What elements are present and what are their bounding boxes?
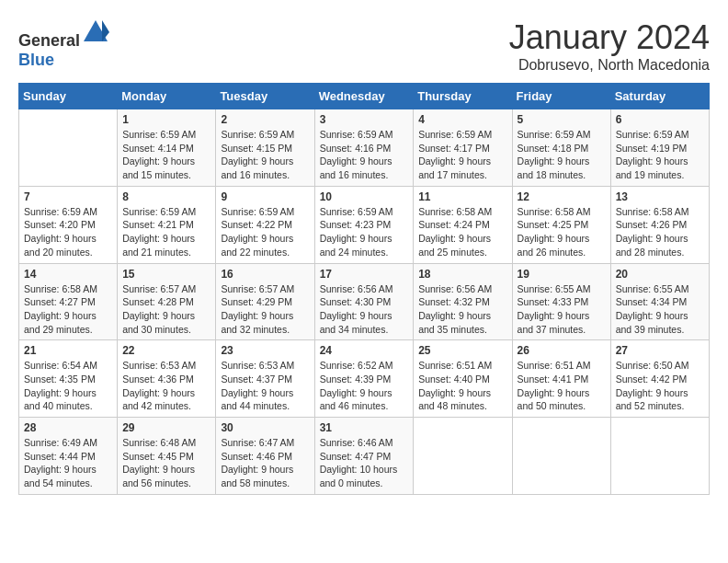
day-cell: 10Sunrise: 6:59 AMSunset: 4:23 PMDayligh… xyxy=(314,186,414,263)
day-number: 5 xyxy=(518,113,606,126)
day-cell: 17Sunrise: 6:56 AMSunset: 4:30 PMDayligh… xyxy=(314,263,414,340)
day-info: Sunrise: 6:59 AMSunset: 4:18 PMDaylight:… xyxy=(518,128,606,182)
col-header-saturday: Saturday xyxy=(610,84,709,109)
day-cell: 26Sunrise: 6:51 AMSunset: 4:41 PMDayligh… xyxy=(512,340,610,418)
day-cell: 31Sunrise: 6:46 AMSunset: 4:47 PMDayligh… xyxy=(314,418,414,495)
day-info: Sunrise: 6:58 AMSunset: 4:24 PMDaylight:… xyxy=(418,205,506,259)
day-cell: 14Sunrise: 6:58 AMSunset: 4:27 PMDayligh… xyxy=(19,263,118,340)
day-number: 25 xyxy=(418,344,506,357)
day-info: Sunrise: 6:58 AMSunset: 4:25 PMDaylight:… xyxy=(518,205,606,259)
day-cell: 6Sunrise: 6:59 AMSunset: 4:19 PMDaylight… xyxy=(610,109,709,187)
day-cell: 23Sunrise: 6:53 AMSunset: 4:37 PMDayligh… xyxy=(216,340,314,418)
day-cell: 25Sunrise: 6:51 AMSunset: 4:40 PMDayligh… xyxy=(414,340,512,418)
header-row: SundayMondayTuesdayWednesdayThursdayFrid… xyxy=(19,84,710,109)
day-cell xyxy=(610,418,709,495)
day-number: 24 xyxy=(320,344,409,357)
day-number: 22 xyxy=(122,344,210,357)
day-cell: 8Sunrise: 6:59 AMSunset: 4:21 PMDaylight… xyxy=(118,186,216,263)
day-cell: 20Sunrise: 6:55 AMSunset: 4:34 PMDayligh… xyxy=(610,263,709,340)
day-number: 19 xyxy=(518,268,606,281)
day-number: 31 xyxy=(320,421,409,434)
col-header-sunday: Sunday xyxy=(19,84,118,109)
day-cell: 12Sunrise: 6:58 AMSunset: 4:25 PMDayligh… xyxy=(512,186,610,263)
day-info: Sunrise: 6:57 AMSunset: 4:29 PMDaylight:… xyxy=(221,282,309,337)
week-row-1: 1Sunrise: 6:59 AMSunset: 4:14 PMDaylight… xyxy=(19,109,710,187)
day-info: Sunrise: 6:59 AMSunset: 4:21 PMDaylight:… xyxy=(122,205,210,259)
col-header-friday: Friday xyxy=(512,84,610,109)
day-cell: 27Sunrise: 6:50 AMSunset: 4:42 PMDayligh… xyxy=(610,340,709,418)
logo: General Blue xyxy=(18,18,109,70)
day-info: Sunrise: 6:59 AMSunset: 4:15 PMDaylight:… xyxy=(221,128,309,182)
day-number: 28 xyxy=(24,421,112,434)
day-cell: 30Sunrise: 6:47 AMSunset: 4:46 PMDayligh… xyxy=(216,418,314,495)
day-info: Sunrise: 6:56 AMSunset: 4:32 PMDaylight:… xyxy=(418,282,506,337)
day-info: Sunrise: 6:47 AMSunset: 4:46 PMDaylight:… xyxy=(221,436,309,490)
day-number: 7 xyxy=(24,190,112,203)
logo-general: General xyxy=(18,31,80,50)
day-number: 17 xyxy=(320,268,409,281)
day-cell: 28Sunrise: 6:49 AMSunset: 4:44 PMDayligh… xyxy=(19,418,118,495)
day-number: 9 xyxy=(221,190,309,203)
day-number: 3 xyxy=(320,113,409,126)
week-row-5: 28Sunrise: 6:49 AMSunset: 4:44 PMDayligh… xyxy=(19,418,710,495)
day-info: Sunrise: 6:53 AMSunset: 4:36 PMDaylight:… xyxy=(122,359,210,413)
day-cell: 18Sunrise: 6:56 AMSunset: 4:32 PMDayligh… xyxy=(414,263,512,340)
col-header-wednesday: Wednesday xyxy=(314,84,414,109)
day-number: 13 xyxy=(616,190,704,203)
day-cell: 5Sunrise: 6:59 AMSunset: 4:18 PMDaylight… xyxy=(512,109,610,187)
day-number: 2 xyxy=(221,113,309,126)
day-number: 11 xyxy=(418,190,506,203)
col-header-monday: Monday xyxy=(118,84,216,109)
col-header-tuesday: Tuesday xyxy=(216,84,314,109)
day-info: Sunrise: 6:59 AMSunset: 4:22 PMDaylight:… xyxy=(221,205,309,259)
day-number: 16 xyxy=(221,268,309,281)
day-info: Sunrise: 6:59 AMSunset: 4:14 PMDaylight:… xyxy=(122,128,210,182)
day-number: 10 xyxy=(320,190,409,203)
day-info: Sunrise: 6:51 AMSunset: 4:41 PMDaylight:… xyxy=(518,359,606,413)
day-info: Sunrise: 6:53 AMSunset: 4:37 PMDaylight:… xyxy=(221,359,309,413)
day-number: 20 xyxy=(616,268,704,281)
week-row-3: 14Sunrise: 6:58 AMSunset: 4:27 PMDayligh… xyxy=(19,263,710,340)
day-number: 18 xyxy=(418,268,506,281)
day-info: Sunrise: 6:55 AMSunset: 4:34 PMDaylight:… xyxy=(616,282,704,337)
logo-text: General Blue xyxy=(18,18,109,70)
day-info: Sunrise: 6:50 AMSunset: 4:42 PMDaylight:… xyxy=(616,359,704,413)
header: General Blue January 2024 Dobrusevo, Nor… xyxy=(18,18,710,74)
day-cell xyxy=(19,109,118,187)
day-info: Sunrise: 6:58 AMSunset: 4:26 PMDaylight:… xyxy=(616,205,704,259)
day-info: Sunrise: 6:59 AMSunset: 4:19 PMDaylight:… xyxy=(616,128,704,182)
day-info: Sunrise: 6:46 AMSunset: 4:47 PMDaylight:… xyxy=(320,436,409,490)
day-info: Sunrise: 6:57 AMSunset: 4:28 PMDaylight:… xyxy=(122,282,210,337)
day-cell: 22Sunrise: 6:53 AMSunset: 4:36 PMDayligh… xyxy=(118,340,216,418)
day-info: Sunrise: 6:59 AMSunset: 4:17 PMDaylight:… xyxy=(418,128,506,182)
week-row-4: 21Sunrise: 6:54 AMSunset: 4:35 PMDayligh… xyxy=(19,340,710,418)
day-cell: 11Sunrise: 6:58 AMSunset: 4:24 PMDayligh… xyxy=(414,186,512,263)
day-cell: 4Sunrise: 6:59 AMSunset: 4:17 PMDaylight… xyxy=(414,109,512,187)
day-cell: 9Sunrise: 6:59 AMSunset: 4:22 PMDaylight… xyxy=(216,186,314,263)
day-number: 29 xyxy=(122,421,210,434)
day-info: Sunrise: 6:59 AMSunset: 4:20 PMDaylight:… xyxy=(24,205,112,259)
day-cell: 29Sunrise: 6:48 AMSunset: 4:45 PMDayligh… xyxy=(118,418,216,495)
day-cell: 21Sunrise: 6:54 AMSunset: 4:35 PMDayligh… xyxy=(19,340,118,418)
day-number: 14 xyxy=(24,268,112,281)
logo-icon xyxy=(82,18,109,46)
day-info: Sunrise: 6:51 AMSunset: 4:40 PMDaylight:… xyxy=(418,359,506,413)
day-info: Sunrise: 6:48 AMSunset: 4:45 PMDaylight:… xyxy=(122,436,210,490)
day-cell: 24Sunrise: 6:52 AMSunset: 4:39 PMDayligh… xyxy=(314,340,414,418)
day-info: Sunrise: 6:49 AMSunset: 4:44 PMDaylight:… xyxy=(24,436,112,490)
day-cell: 15Sunrise: 6:57 AMSunset: 4:28 PMDayligh… xyxy=(118,263,216,340)
day-cell: 13Sunrise: 6:58 AMSunset: 4:26 PMDayligh… xyxy=(610,186,709,263)
day-info: Sunrise: 6:59 AMSunset: 4:16 PMDaylight:… xyxy=(320,128,409,182)
day-info: Sunrise: 6:52 AMSunset: 4:39 PMDaylight:… xyxy=(320,359,409,413)
day-cell: 16Sunrise: 6:57 AMSunset: 4:29 PMDayligh… xyxy=(216,263,314,340)
day-number: 4 xyxy=(418,113,506,126)
logo-blue: Blue xyxy=(18,51,54,69)
day-number: 8 xyxy=(122,190,210,203)
day-number: 15 xyxy=(122,268,210,281)
day-number: 27 xyxy=(616,344,704,357)
day-number: 12 xyxy=(518,190,606,203)
month-title: January 2024 xyxy=(509,18,710,57)
title-section: January 2024 Dobrusevo, North Macedonia xyxy=(509,18,710,74)
day-number: 21 xyxy=(24,344,112,357)
col-header-thursday: Thursday xyxy=(414,84,512,109)
